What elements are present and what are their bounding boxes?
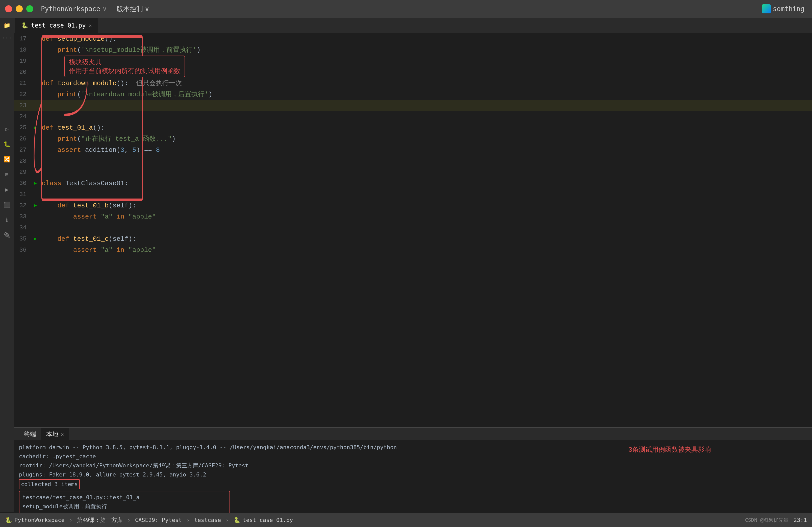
result-line-1: testcase/test_case_01.py::test_01_a [23,493,227,502]
code-line-30: 30 ▶ class TestClassCase01: [14,178,812,189]
code-line-33: 33 assert "a" in "apple" [14,211,812,222]
code-line-21: 21 def teardown_module(): 但只会执行一次 [14,78,812,89]
editor-area: 17 def setup_module(): 18 print('\nsetup… [14,33,812,441]
terminal-line-4: plugins: Faker-18.9.0, allure-pytest-2.9… [19,470,807,479]
sidebar-plugin-icon[interactable]: 🔌 [2,230,12,240]
breadcrumb-lesson: 第49课：第三方库 [77,516,123,524]
statusbar-breadcrumb: 🐍 PythonWorkspace › 第49课：第三方库 › CASE29: … [5,516,293,524]
title-chevron: ∨ [103,5,107,13]
sidebar-info-icon[interactable]: ℹ [2,215,12,225]
titlebar: PythonWorkspace ∨ 版本控制 ∨ somthing [0,0,812,18]
code-line-31: 31 [14,189,812,200]
traffic-lights [5,5,33,12]
annotation-box: 模块级夹具 作用于当前模块内所有的测试用例函数 [64,56,185,77]
maximize-button[interactable] [26,5,33,12]
code-container[interactable]: 17 def setup_module(): 18 print('\nsetup… [14,33,812,441]
terminal-panel: 终端 本地 ✕ platform darwin -- Python 3.8.5,… [14,427,812,513]
app-title: PythonWorkspace ∨ [41,5,106,13]
result-box: testcase/test_case_01.py::test_01_a setu… [19,491,230,513]
line-col: 23:1 [794,517,807,523]
code-line-35: 35 ▶ def test_01_c(self): [14,233,812,244]
code-line-24: 24 [14,111,812,122]
code-line-32: 32 ▶ def test_01_b(self): [14,200,812,211]
statusbar: 🐍 PythonWorkspace › 第49课：第三方库 › CASE29: … [0,513,812,527]
tab-label: test_case_01.py [31,22,86,29]
collected-items-highlight: collected 3 items [19,479,80,489]
pycharm-icon [762,4,771,13]
terminal-tab-close[interactable]: ✕ [61,431,64,437]
code-line-27: 27 assert addition(3, 5) == 8 [14,144,812,156]
sidebar-dots-icon[interactable]: ··· [2,33,12,43]
tab-local[interactable]: 本地 ✕ [41,428,69,440]
tabbar: 📁 🐍 test_case_01.py ✕ ··· [0,18,812,33]
result-annotation: 3条测试用例函数被夹具影响 [629,445,711,454]
sidebar-terminal-icon[interactable]: ⬛ [2,200,12,210]
python-file-icon: 🐍 [21,22,28,29]
app-name: PythonWorkspace [41,5,100,13]
tab-terminal[interactable]: 终端 [19,428,41,440]
sidebar-git-icon[interactable]: 🔀 [2,154,12,164]
result-line-3: 正在执行 test_a 函数 ... [23,511,227,513]
breadcrumb-case: CASE29: Pytest [135,517,182,523]
titlebar-right: somthing [762,4,804,13]
code-line-23: 23 [14,100,812,111]
breadcrumb-sep-3: › [186,517,190,523]
code-line-36: 36 assert "a" in "apple" [14,244,812,256]
breadcrumb-sep-4: › [226,517,229,523]
code-line-34: 34 [14,222,812,233]
close-button[interactable] [5,5,12,12]
csdn-watermark: CSDN @图果优先量 [745,517,788,524]
sidebar: 📁 ··· ▷ 🐛 🔀 ⊞ ▶ ⬛ ℹ 🔌 [0,18,14,512]
breadcrumb-filename: test_case_01.py [243,517,293,523]
version-control[interactable]: 版本控制 ∨ [117,4,149,13]
annotation-text-1: 模块级夹具 [69,58,180,67]
sidebar-layers-icon[interactable]: ⊞ [2,169,12,180]
titlebar-right-text: somthing [773,5,804,13]
terminal-line-5: collected 3 items [19,479,807,489]
version-chevron: ∨ [145,5,149,13]
code-line-17: 17 def setup_module(): [14,33,812,44]
breadcrumb-file-icon: 🐍 [234,517,241,523]
terminal-line-3: rootdir: /Users/yangkai/PythonWorkspace/… [19,461,807,470]
python-status-icon: 🐍 [5,517,12,523]
breadcrumb-testcase: testcase [194,517,221,523]
sidebar-run-icon[interactable]: ▷ [2,124,12,134]
code-line-29: 29 [14,167,812,178]
sidebar-play-icon[interactable]: ▶ [2,184,12,195]
code-line-26: 26 print("正在执行 test_a 函数...") [14,133,812,144]
statusbar-right: CSDN @图果优先量 23:1 [745,517,807,524]
breadcrumb-pythonworkspace: PythonWorkspace [14,517,64,523]
sidebar-project-icon[interactable]: 📁 [2,20,12,30]
annotation-text-2: 作用于当前模块内所有的测试用例函数 [69,67,180,75]
terminal-tabbar: 终端 本地 ✕ [14,428,812,440]
code-line-18: 18 print('\nsetup_module被调用，前置执行') [14,44,812,56]
code-line-25: 25 ▶ def test_01_a(): [14,122,812,133]
result-line-2: setup_module被调用，前置执行 [23,502,227,511]
minimize-button[interactable] [16,5,23,12]
terminal-content: platform darwin -- Python 3.8.5, pytest-… [14,440,812,513]
tab-close-icon[interactable]: ✕ [89,23,92,29]
sidebar-debug-icon[interactable]: 🐛 [2,139,12,149]
code-line-28: 28 [14,156,812,167]
breadcrumb-sep-2: › [127,517,130,523]
code-line-22: 22 print('\nteardown_module被调用，后置执行') [14,89,812,100]
breadcrumb-sep-1: › [69,517,72,523]
tab-test-case[interactable]: 🐍 test_case_01.py ✕ [15,18,98,33]
